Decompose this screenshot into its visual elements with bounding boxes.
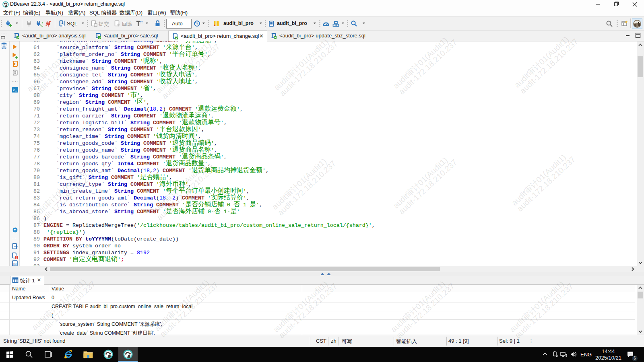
svg-text:(x): (x) [13, 262, 17, 265]
